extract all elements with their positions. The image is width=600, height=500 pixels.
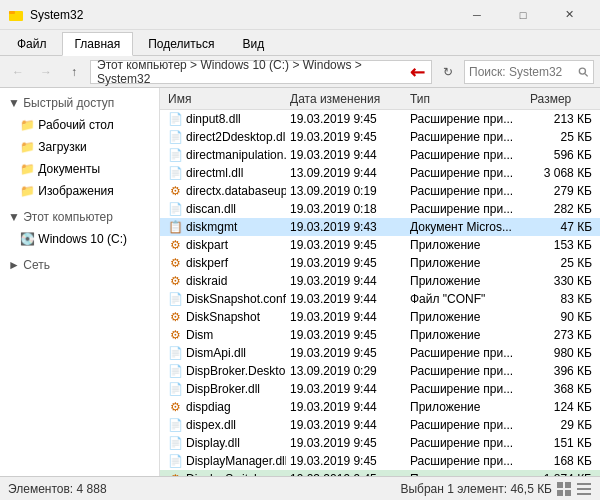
file-icon: ⚙ bbox=[168, 238, 182, 252]
file-modified: 19.03.2019 9:44 bbox=[286, 274, 406, 288]
tab-share[interactable]: Поделиться bbox=[135, 32, 227, 55]
file-size: 25 КБ bbox=[526, 130, 596, 144]
table-row[interactable]: 📄 DispBroker.dll 19.03.2019 9:44 Расшире… bbox=[160, 380, 600, 398]
table-row[interactable]: 📄 dinput8.dll 19.03.2019 9:45 Расширение… bbox=[160, 110, 600, 128]
view-icon[interactable] bbox=[556, 481, 572, 497]
search-input[interactable] bbox=[469, 65, 574, 79]
tab-home[interactable]: Главная bbox=[62, 32, 134, 56]
refresh-button[interactable]: ↻ bbox=[436, 60, 460, 84]
table-row[interactable]: ⚙ Dism 19.03.2019 9:45 Приложение 273 КБ bbox=[160, 326, 600, 344]
file-name: 📄 dinput8.dll bbox=[164, 112, 286, 126]
file-modified: 19.03.2019 9:44 bbox=[286, 382, 406, 396]
file-size: 213 КБ bbox=[526, 112, 596, 126]
file-modified: 19.03.2019 9:44 bbox=[286, 418, 406, 432]
file-name: 📄 DiskSnapshot.conf bbox=[164, 292, 286, 306]
file-icon: ⚙ bbox=[168, 274, 182, 288]
close-button[interactable]: ✕ bbox=[546, 0, 592, 30]
file-modified: 13.09.2019 9:44 bbox=[286, 166, 406, 180]
file-icon: ⚙ bbox=[168, 328, 182, 342]
table-row[interactable]: ⚙ diskperf 19.03.2019 9:45 Приложение 25… bbox=[160, 254, 600, 272]
file-type: Расширение при... bbox=[406, 346, 526, 360]
file-type: Расширение при... bbox=[406, 454, 526, 468]
table-row[interactable]: ⚙ dispdiag 19.03.2019 9:44 Приложение 12… bbox=[160, 398, 600, 416]
folder-icon bbox=[8, 7, 24, 23]
file-modified: 19.03.2019 9:44 bbox=[286, 292, 406, 306]
breadcrumb[interactable]: Этот компьютер > Windows 10 (C:) > Windo… bbox=[90, 60, 432, 84]
maximize-button[interactable]: □ bbox=[500, 0, 546, 30]
file-type: Приложение bbox=[406, 274, 526, 288]
nav-network[interactable]: ► Сеть bbox=[0, 254, 159, 276]
table-row[interactable]: ⚙ diskpart 19.03.2019 9:45 Приложение 15… bbox=[160, 236, 600, 254]
table-row[interactable]: 📄 direct2Ddesktop.dll 19.03.2019 9:45 Ра… bbox=[160, 128, 600, 146]
file-icon: 📄 bbox=[168, 202, 182, 216]
table-row[interactable]: ⚙ diskraid 19.03.2019 9:44 Приложение 33… bbox=[160, 272, 600, 290]
file-name: 📄 directml.dll bbox=[164, 166, 286, 180]
table-row[interactable]: 📄 discan.dll 19.03.2019 0:18 Расширение … bbox=[160, 200, 600, 218]
nav-quick-access[interactable]: ▼ Быстрый доступ bbox=[0, 92, 159, 114]
nav-desktop[interactable]: 📁 Рабочий стол bbox=[0, 114, 159, 136]
file-modified: 19.03.2019 9:45 bbox=[286, 112, 406, 126]
file-name: ⚙ diskpart bbox=[164, 238, 286, 252]
file-icon: 📄 bbox=[168, 292, 182, 306]
file-type: Расширение при... bbox=[406, 148, 526, 162]
file-modified: 19.03.2019 9:45 bbox=[286, 238, 406, 252]
ribbon-tabs: Файл Главная Поделиться Вид bbox=[0, 32, 600, 55]
table-row[interactable]: 📄 DispBroker.Desktop.dll 13.09.2019 0:29… bbox=[160, 362, 600, 380]
svg-rect-10 bbox=[577, 493, 591, 495]
file-icon: ⚙ bbox=[168, 256, 182, 270]
file-name: ⚙ diskraid bbox=[164, 274, 286, 288]
table-row[interactable]: 📄 directmanipulation.dll 19.03.2019 9:44… bbox=[160, 146, 600, 164]
up-button[interactable]: ↑ bbox=[62, 60, 86, 84]
file-icon: 📄 bbox=[168, 346, 182, 360]
table-row[interactable]: 📄 DisplayManager.dll 19.03.2019 9:45 Рас… bbox=[160, 452, 600, 470]
file-modified: 19.03.2019 9:44 bbox=[286, 148, 406, 162]
back-button[interactable]: ← bbox=[6, 60, 30, 84]
nav-downloads[interactable]: 📁 Загрузки bbox=[0, 136, 159, 158]
header-size[interactable]: Размер bbox=[526, 92, 596, 106]
table-row[interactable]: 📄 Display.dll 19.03.2019 9:45 Расширение… bbox=[160, 434, 600, 452]
file-size: 279 КБ bbox=[526, 184, 596, 198]
header-modified[interactable]: Дата изменения bbox=[286, 92, 406, 106]
file-icon: 📋 bbox=[168, 220, 182, 234]
nav-pics[interactable]: 📁 Изображения bbox=[0, 180, 159, 202]
nav-win10[interactable]: 💽 Windows 10 (C:) bbox=[0, 228, 159, 250]
file-icon: 📄 bbox=[168, 166, 182, 180]
table-row[interactable]: ⚙ DiskSnapshot 19.03.2019 9:44 Приложени… bbox=[160, 308, 600, 326]
status-selected: Выбран 1 элемент: 46,5 КБ bbox=[400, 482, 552, 496]
file-type: Файл "CONF" bbox=[406, 292, 526, 306]
file-size: 396 КБ bbox=[526, 364, 596, 378]
details-icon[interactable] bbox=[576, 481, 592, 497]
header-name[interactable]: Имя bbox=[164, 92, 286, 106]
file-size: 124 КБ bbox=[526, 400, 596, 414]
file-type: Расширение при... bbox=[406, 364, 526, 378]
table-row[interactable]: 📄 dispex.dll 19.03.2019 9:44 Расширение … bbox=[160, 416, 600, 434]
file-icon: ⚙ bbox=[168, 400, 182, 414]
file-type: Расширение при... bbox=[406, 166, 526, 180]
forward-button[interactable]: → bbox=[34, 60, 58, 84]
title-bar: System32 ─ □ ✕ bbox=[0, 0, 600, 30]
ribbon: Файл Главная Поделиться Вид bbox=[0, 30, 600, 56]
file-type: Расширение при... bbox=[406, 184, 526, 198]
svg-rect-6 bbox=[557, 490, 563, 496]
nav-this-pc[interactable]: ▼ Этот компьютер bbox=[0, 206, 159, 228]
file-type: Расширение при... bbox=[406, 418, 526, 432]
file-size: 3 068 КБ bbox=[526, 166, 596, 180]
nav-docs[interactable]: 📁 Документы bbox=[0, 158, 159, 180]
table-row[interactable]: ⚙ directx.databaseupdater 13.09.2019 0:1… bbox=[160, 182, 600, 200]
minimize-button[interactable]: ─ bbox=[454, 0, 500, 30]
table-row[interactable]: 📄 DismApi.dll 19.03.2019 9:45 Расширение… bbox=[160, 344, 600, 362]
table-row[interactable]: 📋 diskmgmt 19.03.2019 9:43 Документ Micr… bbox=[160, 218, 600, 236]
svg-rect-8 bbox=[577, 483, 591, 485]
file-modified: 19.03.2019 9:43 bbox=[286, 220, 406, 234]
file-modified: 19.03.2019 9:44 bbox=[286, 400, 406, 414]
file-modified: 19.03.2019 9:45 bbox=[286, 346, 406, 360]
breadcrumb-path: Этот компьютер > Windows 10 (C:) > Windo… bbox=[97, 58, 404, 86]
header-type[interactable]: Тип bbox=[406, 92, 526, 106]
file-icon: 📄 bbox=[168, 130, 182, 144]
table-row[interactable]: 📄 DiskSnapshot.conf 19.03.2019 9:44 Файл… bbox=[160, 290, 600, 308]
file-modified: 19.03.2019 9:45 bbox=[286, 256, 406, 270]
tab-file[interactable]: Файл bbox=[4, 32, 60, 55]
table-row[interactable]: 📄 directml.dll 13.09.2019 9:44 Расширени… bbox=[160, 164, 600, 182]
file-type: Приложение bbox=[406, 238, 526, 252]
tab-view[interactable]: Вид bbox=[229, 32, 277, 55]
